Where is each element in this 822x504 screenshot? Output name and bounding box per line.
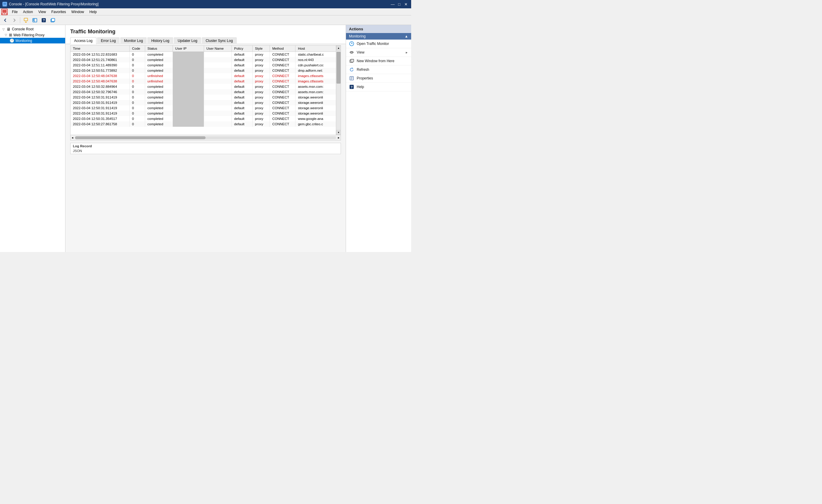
svg-point-19 [351, 52, 353, 53]
col-host[interactable]: Host [296, 45, 341, 52]
hscroll-thumb[interactable] [75, 136, 206, 139]
scroll-up-btn[interactable]: ▲ [336, 45, 341, 50]
show-hide-button[interactable] [31, 16, 39, 24]
menu-file[interactable]: File [10, 9, 20, 15]
table-cell: 0 [129, 95, 145, 100]
close-button[interactable]: ✕ [403, 1, 409, 7]
table-cell: default [232, 62, 253, 68]
tab-access-log[interactable]: Access Log [70, 37, 96, 44]
table-cell: dmp.adform.net: [296, 68, 341, 73]
new-window-toolbar-button[interactable] [48, 16, 57, 24]
table-row[interactable]: 2022-03-04 12:50:32.8849640completeddefa… [70, 84, 341, 89]
properties-icon [349, 76, 354, 81]
table-row[interactable]: 2022-03-04 12:50:48.0476380unfinisheddef… [70, 73, 341, 78]
view-arrow-icon: ► [405, 51, 408, 54]
tab-history-log[interactable]: History Log [147, 37, 173, 44]
menu-help[interactable]: Help [87, 9, 99, 15]
table-cell: CONNECT [270, 95, 296, 100]
table-cell: default [232, 105, 253, 111]
action-properties[interactable]: Properties [346, 74, 411, 83]
menu-window[interactable]: Window [69, 9, 87, 15]
content-area: Traffic Monitoring Access Log Error Log … [65, 25, 346, 252]
tab-error-log[interactable]: Error Log [97, 37, 119, 44]
table-row[interactable]: 2022-03-04 12:50:31.9114190completeddefa… [70, 100, 341, 105]
tab-updater-log[interactable]: Updater Log [174, 37, 201, 44]
table-cell: 2022-03-04 12:50:48.047638 [70, 78, 129, 84]
table-cell: storage.weeronli [296, 100, 341, 105]
table-cell: unfinished [145, 73, 172, 78]
scroll-down-btn[interactable]: ▼ [336, 130, 341, 135]
table-cell [172, 57, 204, 62]
col-user-ip[interactable]: User IP [172, 45, 204, 52]
table-row[interactable]: 2022-03-04 12:50:31.9114190completeddefa… [70, 95, 341, 100]
col-policy[interactable]: Policy [232, 45, 253, 52]
back-button[interactable] [1, 16, 10, 24]
collapse-icon[interactable]: ▲ [405, 34, 408, 38]
table-row[interactable]: 2022-03-04 12:51:21.7408610completeddefa… [70, 57, 341, 62]
table-cell: CONNECT [270, 78, 296, 84]
help-toolbar-button[interactable]: ? [40, 16, 48, 24]
tab-monitor-log[interactable]: Monitor Log [120, 37, 147, 44]
col-style[interactable]: Style [252, 45, 270, 52]
table-scroll[interactable]: Time Code Status User IP User Name Polic… [70, 45, 341, 135]
forward-button[interactable] [10, 16, 18, 24]
action-refresh[interactable]: Refresh [346, 65, 411, 74]
table-cell [172, 100, 204, 105]
maximize-button[interactable]: □ [396, 1, 402, 7]
action-help[interactable]: ? Help [346, 83, 411, 91]
action-label-new-window: New Window from Here [357, 59, 395, 63]
scroll-track[interactable] [336, 50, 341, 130]
hscroll-right-btn[interactable]: ► [337, 136, 340, 139]
table-row[interactable]: 2022-03-04 12:50:31.3545170completeddefa… [70, 116, 341, 121]
table-cell: completed [145, 52, 172, 57]
sidebar-item-console-root[interactable]: ▽ 🖥 Console Root [0, 26, 65, 32]
hscroll-left-btn[interactable]: ◄ [71, 136, 74, 139]
table-row[interactable]: 2022-03-04 12:50:51.7738920completeddefa… [70, 68, 341, 73]
scroll-thumb[interactable] [337, 52, 341, 84]
table-row[interactable]: 2022-03-04 12:50:31.9114190completeddefa… [70, 111, 341, 116]
table-cell: default [232, 52, 253, 57]
menu-action[interactable]: Action [21, 9, 35, 15]
table-row[interactable]: 2022-03-04 12:50:48.0476380unfinisheddef… [70, 78, 341, 84]
table-row[interactable]: 2022-03-04 12:51:11.4893900completeddefa… [70, 62, 341, 68]
table-cell: CONNECT [270, 111, 296, 116]
col-status[interactable]: Status [145, 45, 172, 52]
table-row[interactable]: 2022-03-04 12:50:27.8617580completeddefa… [70, 121, 341, 127]
title-bar-left: Console - [Console Root\Web Filtering Pr… [2, 2, 98, 7]
horizontal-scrollbar[interactable]: ◄ ► [70, 135, 341, 140]
svg-rect-13 [33, 20, 34, 21]
table-cell [204, 68, 232, 73]
tab-cluster-sync-log[interactable]: Cluster Sync Log [202, 37, 237, 44]
table-cell: proxy [252, 121, 270, 127]
sidebar-item-monitoring[interactable]: 🕐 Monitoring [0, 38, 65, 43]
action-open-traffic-monitor[interactable]: Open Traffic Monitor [346, 40, 411, 48]
vertical-scrollbar[interactable]: ▲ ▼ [336, 45, 341, 135]
hscroll-track[interactable] [75, 136, 336, 139]
table-row[interactable]: 2022-03-04 12:50:31.9114190completeddefa… [70, 105, 341, 111]
svg-rect-8 [24, 18, 28, 21]
table-row[interactable]: 2022-03-04 12:51:22.8316830completeddefa… [70, 52, 341, 57]
toolbar-separator-1 [20, 17, 20, 23]
table-cell: 0 [129, 105, 145, 111]
minimize-button[interactable]: — [390, 1, 396, 7]
svg-rect-0 [3, 2, 7, 5]
up-button[interactable] [22, 16, 30, 24]
sidebar-item-web-filtering-proxy[interactable]: ▽ ⊞ Web Filtering Proxy [0, 32, 65, 38]
svg-rect-21 [351, 59, 354, 62]
tabs-bar: Access Log Error Log Monitor Log History… [65, 37, 346, 44]
menu-favorites[interactable]: Favorites [49, 9, 68, 15]
col-method[interactable]: Method [270, 45, 296, 52]
action-view[interactable]: View ► [346, 48, 411, 57]
action-new-window[interactable]: New Window from Here [346, 57, 411, 65]
table-cell: completed [145, 121, 172, 127]
action-label-view: View [357, 50, 364, 54]
table-cell [172, 78, 204, 84]
table-cell: default [232, 89, 253, 95]
col-time[interactable]: Time [70, 45, 129, 52]
table-cell: proxy [252, 100, 270, 105]
table-row[interactable]: 2022-03-04 12:50:32.7967460completeddefa… [70, 89, 341, 95]
svg-rect-4 [2, 10, 7, 13]
col-code[interactable]: Code [129, 45, 145, 52]
menu-view[interactable]: View [36, 9, 48, 15]
col-user-name[interactable]: User Name [204, 45, 232, 52]
